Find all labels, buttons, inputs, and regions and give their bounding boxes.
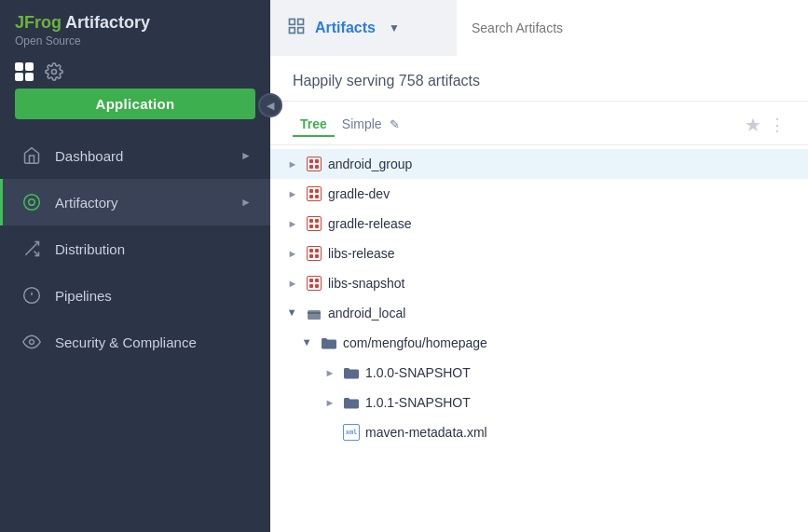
folder-icon-com-mengfou (321, 334, 337, 351)
tree-item-gradle-dev[interactable]: ► gradle-dev (270, 179, 808, 209)
chevron-libs-snapshot: ► (285, 276, 300, 291)
svg-rect-13 (308, 310, 321, 320)
tab-tree[interactable]: Tree (293, 113, 335, 137)
tree-item-name: android_group (328, 157, 797, 171)
security-icon (21, 332, 42, 352)
sidebar-item-artifactory[interactable]: Artifactory ► (0, 179, 270, 225)
chevron-android-local: ► (285, 306, 300, 321)
apps-grid-icon[interactable] (15, 62, 34, 81)
dashboard-icon (21, 145, 42, 166)
logo-product: Artifactory (65, 13, 150, 33)
logo-jfrog: JFrog (15, 13, 62, 33)
pipelines-label: Pipelines (55, 288, 252, 304)
tree-item-libs-snapshot[interactable]: ► libs-snapshot (270, 268, 808, 298)
repo-icon-libs-release (306, 245, 322, 262)
folder-icon-snapshot-100 (343, 364, 360, 381)
distribution-icon (21, 239, 42, 259)
tree-item-snapshot-100[interactable]: ► 1.0.0-SNAPSHOT (270, 358, 808, 388)
tree-item-name: libs-release (328, 246, 797, 261)
svg-rect-12 (298, 27, 304, 33)
svg-point-1 (24, 195, 40, 211)
svg-point-8 (30, 340, 34, 345)
simple-pencil-icon: ✎ (390, 117, 400, 131)
sidebar: JFrog Artifactory Open Source Applicatio… (0, 0, 270, 532)
tree-item-android-local[interactable]: ► android_local (270, 298, 808, 328)
tree-list: ► android_group ► gradle-dev ► (270, 145, 808, 451)
artifacts-count-header: Happily serving 758 artifacts (270, 56, 808, 102)
sidebar-collapse-button[interactable]: ◀ (258, 93, 282, 117)
dashboard-label: Dashboard (55, 148, 227, 164)
artifactory-label: Artifactory (55, 195, 227, 211)
gear-icon[interactable] (45, 62, 63, 81)
chevron-android-group: ► (285, 157, 300, 171)
star-icon[interactable]: ★ (745, 114, 761, 136)
artifacts-tab-icon (287, 17, 306, 40)
sidebar-item-distribution[interactable]: Distribution (0, 225, 270, 272)
logo-area: JFrog Artifactory Open Source (0, 0, 270, 57)
tree-item-maven-metadata[interactable]: ► xml maven-metadata.xml (270, 417, 808, 447)
artifactory-chevron: ► (240, 196, 252, 209)
content-area: Happily serving 758 artifacts Tree Simpl… (270, 56, 808, 532)
search-area[interactable] (457, 0, 808, 56)
sidebar-item-dashboard[interactable]: Dashboard ► (0, 132, 270, 179)
tree-item-name: maven-metadata.xml (365, 425, 797, 440)
tree-item-com-mengfou[interactable]: ► com/mengfou/homepage (270, 328, 808, 358)
tree-item-android-group[interactable]: ► android_group (270, 149, 808, 179)
xml-icon-maven-metadata: xml (343, 424, 360, 441)
artifacts-tab-label: Artifacts (315, 20, 376, 36)
search-input[interactable] (472, 20, 793, 35)
chevron-snapshot-100: ► (322, 365, 337, 380)
chevron-libs-release: ► (285, 246, 300, 261)
more-options-icon[interactable]: ⋮ (769, 115, 786, 135)
pipelines-icon (21, 285, 42, 306)
repo-icon-gradle-release (306, 215, 322, 232)
distribution-label: Distribution (55, 241, 252, 257)
artifacts-tab[interactable]: Artifacts ▼ (270, 0, 457, 56)
tree-tabs: Tree Simple ✎ ★ ⋮ (270, 102, 808, 145)
folder-icon-snapshot-101 (343, 394, 360, 411)
tree-item-name: android_local (328, 306, 797, 321)
application-button[interactable]: Application (15, 89, 255, 119)
tree-item-gradle-release[interactable]: ► gradle-release (270, 209, 808, 239)
tree-item-name: 1.0.1-SNAPSHOT (365, 395, 797, 410)
chevron-com-mengfou: ► (300, 335, 315, 350)
repo-icon-gradle-dev (306, 185, 322, 202)
dashboard-chevron: ► (240, 149, 252, 162)
svg-rect-9 (290, 19, 295, 24)
chevron-snapshot-101: ► (322, 395, 337, 410)
svg-point-2 (29, 199, 35, 206)
tree-item-name: libs-snapshot (328, 276, 797, 291)
repo-icon-android-local (306, 305, 322, 321)
logo-subtitle: Open Source (15, 34, 255, 48)
chevron-gradle-release: ► (285, 216, 300, 231)
sidebar-top-icons (0, 57, 270, 85)
svg-point-0 (52, 70, 57, 75)
security-label: Security & Compliance (55, 334, 252, 350)
artifactory-icon (21, 192, 42, 212)
tab-simple[interactable]: Simple ✎ (335, 113, 407, 137)
tree-item-name: 1.0.0-SNAPSHOT (365, 365, 797, 380)
svg-rect-10 (298, 19, 304, 24)
svg-rect-11 (290, 27, 295, 33)
repo-icon-libs-snapshot (306, 275, 322, 292)
sidebar-item-security[interactable]: Security & Compliance (0, 319, 270, 365)
chevron-gradle-dev: ► (285, 186, 300, 201)
tree-item-snapshot-101[interactable]: ► 1.0.1-SNAPSHOT (270, 388, 808, 417)
topbar: Artifacts ▼ (270, 0, 808, 56)
tree-item-name: gradle-dev (328, 186, 797, 201)
sidebar-item-pipelines[interactable]: Pipelines (0, 272, 270, 319)
repo-icon-android-group (306, 156, 322, 172)
tree-item-name: gradle-release (328, 216, 797, 231)
tree-item-name: com/mengfou/homepage (343, 335, 797, 350)
artifacts-tab-chevron[interactable]: ▼ (389, 21, 400, 34)
main-content: Artifacts ▼ Happily serving 758 artifact… (270, 0, 808, 532)
tree-item-libs-release[interactable]: ► libs-release (270, 239, 808, 268)
sidebar-nav: Dashboard ► Artifactory ► (0, 132, 270, 532)
